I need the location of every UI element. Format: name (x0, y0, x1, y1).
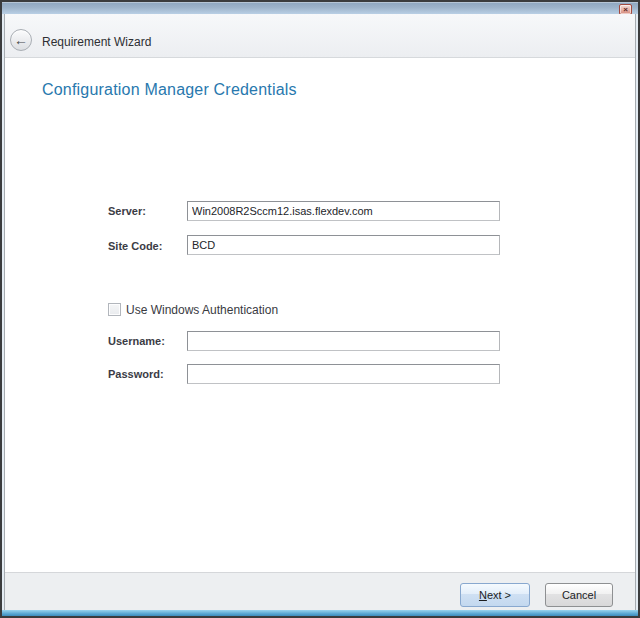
password-input[interactable] (187, 364, 500, 384)
window-frame: ← Requirement Wizard Configuration Manag… (2, 14, 638, 610)
close-icon: × (620, 5, 631, 14)
page-heading: Configuration Manager Credentials (42, 81, 297, 99)
site-code-label: Site Code: (108, 240, 162, 252)
username-input[interactable] (187, 331, 500, 351)
next-button-label: ext > (487, 589, 511, 601)
cancel-button[interactable]: Cancel (545, 583, 613, 607)
password-label: Password: (108, 368, 164, 380)
site-code-input[interactable] (187, 235, 500, 255)
wizard-title: Requirement Wizard (42, 35, 151, 49)
bottom-accent-strip (2, 610, 638, 616)
back-button[interactable]: ← (10, 29, 32, 51)
back-arrow-icon: ← (14, 32, 28, 48)
server-label: Server: (108, 205, 146, 217)
username-label: Username: (108, 335, 165, 347)
server-input[interactable] (187, 201, 500, 221)
next-button-mnemonic: N (479, 589, 487, 601)
windows-auth-label[interactable]: Use Windows Authentication (126, 303, 278, 317)
wizard-header: ← Requirement Wizard (5, 14, 635, 58)
next-button[interactable]: Next > (460, 583, 530, 607)
cancel-button-label: Cancel (562, 589, 596, 601)
wizard-window: × ← Requirement Wizard Configuration Man… (0, 0, 640, 618)
wizard-panel: ← Requirement Wizard Configuration Manag… (4, 14, 636, 610)
title-bar: × (2, 2, 638, 14)
footer-bar: Next > Cancel (5, 572, 635, 610)
windows-auth-checkbox[interactable] (108, 303, 121, 316)
